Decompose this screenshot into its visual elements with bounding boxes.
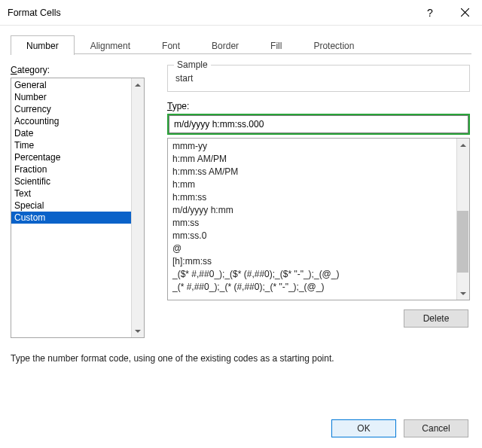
cancel-button[interactable]: Cancel bbox=[404, 419, 468, 437]
dialog-title: Format Cells bbox=[8, 8, 413, 18]
scroll-up-button[interactable] bbox=[456, 139, 469, 151]
details-column: Sample start Type: mmm-yy h:mm AM/PM h:m… bbox=[167, 65, 471, 338]
preset-item[interactable]: _(* #,##0_);_(* (#,##0);_(* "-"_);_(@_) bbox=[168, 281, 469, 294]
tab-fill[interactable]: Fill bbox=[255, 35, 297, 55]
chevron-up-icon bbox=[135, 84, 141, 87]
dialog-body: Number Alignment Font Border Fill Protec… bbox=[0, 26, 482, 364]
preset-item[interactable]: _($* #,##0_);_($* (#,##0);_($* "-"_);_(@… bbox=[168, 268, 469, 281]
chevron-up-icon bbox=[460, 144, 466, 147]
preset-item[interactable]: h:mm:ss AM/PM bbox=[168, 166, 469, 178]
sample-legend: Sample bbox=[174, 59, 211, 70]
preset-items: mmm-yy h:mm AM/PM h:mm:ss AM/PM h:mm h:m… bbox=[168, 139, 469, 295]
scrollbar-track[interactable] bbox=[131, 78, 144, 337]
tab-strip: Number Alignment Font Border Fill Protec… bbox=[11, 35, 471, 54]
sample-value: start bbox=[175, 70, 462, 84]
ok-button[interactable]: OK bbox=[331, 419, 396, 437]
help-button[interactable]: ? bbox=[413, 0, 447, 26]
close-icon bbox=[461, 8, 469, 17]
category-item[interactable]: Text bbox=[11, 187, 144, 200]
tab-font[interactable]: Font bbox=[146, 35, 196, 55]
format-presets-listbox[interactable]: mmm-yy h:mm AM/PM h:mm:ss AM/PM h:mm h:m… bbox=[167, 138, 470, 300]
preset-item[interactable]: mm:ss bbox=[168, 217, 469, 230]
scroll-down-button[interactable] bbox=[456, 287, 469, 300]
scroll-down-button[interactable] bbox=[131, 325, 144, 337]
type-input-highlight bbox=[167, 114, 470, 135]
category-item[interactable]: Accounting bbox=[11, 115, 144, 127]
category-item[interactable]: Date bbox=[11, 127, 144, 139]
category-column: Category: General Number Currency Accoun… bbox=[11, 65, 145, 338]
category-item[interactable]: Time bbox=[11, 139, 144, 151]
category-item[interactable]: Currency bbox=[11, 103, 144, 115]
category-item[interactable]: Percentage bbox=[11, 151, 144, 163]
scroll-up-button[interactable] bbox=[131, 78, 144, 91]
sample-group: Sample start bbox=[167, 65, 470, 92]
preset-item[interactable]: mm:ss.0 bbox=[168, 230, 469, 242]
preset-item[interactable]: @ bbox=[168, 242, 469, 255]
preset-item[interactable]: [h]:mm:ss bbox=[168, 255, 469, 268]
category-item[interactable]: Number bbox=[11, 91, 144, 103]
category-listbox[interactable]: General Number Currency Accounting Date … bbox=[11, 78, 145, 338]
category-item-selected[interactable]: Custom bbox=[11, 212, 144, 224]
preset-item[interactable]: h:mm bbox=[168, 178, 469, 191]
help-text: Type the number format code, using one o… bbox=[11, 353, 471, 364]
type-input[interactable] bbox=[169, 115, 468, 133]
delete-row: Delete bbox=[167, 309, 470, 328]
close-button[interactable] bbox=[447, 0, 482, 26]
dialog-footer: OK Cancel bbox=[0, 409, 482, 448]
category-item[interactable]: General bbox=[11, 79, 144, 91]
delete-button[interactable]: Delete bbox=[404, 309, 468, 328]
preset-item[interactable]: mmm-yy bbox=[168, 140, 469, 153]
scrollbar-thumb[interactable] bbox=[457, 211, 468, 273]
category-item[interactable]: Special bbox=[11, 200, 144, 212]
preset-item[interactable]: h:mm AM/PM bbox=[168, 153, 469, 166]
category-item[interactable]: Fraction bbox=[11, 163, 144, 175]
format-cells-dialog: Format Cells ? Number Alignment Font Bor… bbox=[0, 0, 482, 448]
preset-item[interactable]: h:mm:ss bbox=[168, 191, 469, 204]
tab-alignment[interactable]: Alignment bbox=[75, 35, 146, 55]
type-label: Type: bbox=[167, 101, 470, 111]
preset-item[interactable]: m/d/yyyy h:mm bbox=[168, 204, 469, 217]
chevron-down-icon bbox=[460, 292, 466, 295]
tab-border[interactable]: Border bbox=[196, 35, 255, 55]
tab-content: Category: General Number Currency Accoun… bbox=[11, 54, 471, 338]
titlebar: Format Cells ? bbox=[0, 0, 482, 26]
chevron-down-icon bbox=[135, 330, 141, 333]
tab-number[interactable]: Number bbox=[11, 35, 75, 55]
category-items: General Number Currency Accounting Date … bbox=[11, 78, 144, 224]
category-item[interactable]: Scientific bbox=[11, 175, 144, 187]
category-label: Category: bbox=[11, 65, 145, 75]
tab-protection[interactable]: Protection bbox=[297, 35, 370, 55]
